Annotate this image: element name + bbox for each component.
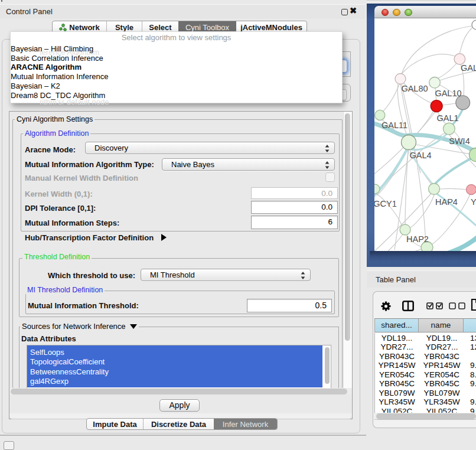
svg-text:GAL7: GAL7 [461,63,476,73]
svg-text:GAL11: GAL11 [382,120,407,130]
svg-text:GCY1: GCY1 [374,199,397,208]
svg-text:HAP2: HAP2 [406,234,429,244]
svg-text:YB: YB [471,197,476,207]
svg-text:HAP4: HAP4 [435,197,458,207]
svg-text:GAL80: GAL80 [401,84,428,93]
svg-text:GAL4: GAL4 [409,151,431,160]
svg-text:SWI4: SWI4 [449,136,470,146]
svg-text:GAL1: GAL1 [436,113,458,123]
svg-text:GAL10: GAL10 [435,89,461,98]
